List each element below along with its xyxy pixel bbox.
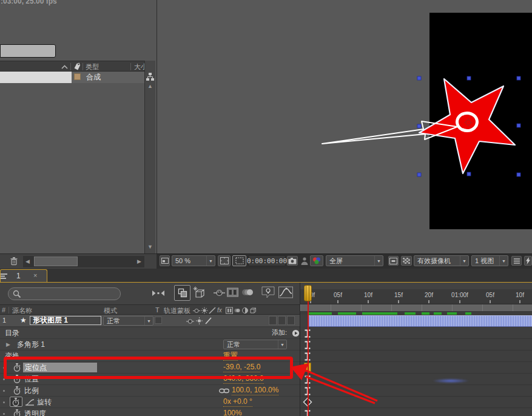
layer-quality-switch[interactable] [204,317,212,325]
scroll-up-icon[interactable]: ▲ [147,84,153,89]
layer-shy-switch[interactable] [186,317,194,325]
opacity-value[interactable]: 100% [223,409,242,416]
layer-duration-bar[interactable] [308,315,532,327]
project-vertical-scrollbar[interactable]: ▲ ▼ [144,61,155,253]
stopwatch-icon[interactable] [13,409,21,416]
column-index[interactable]: # [2,306,5,314]
flowchart-view-icon[interactable] [146,72,155,82]
add-menu-icon[interactable] [292,329,300,337]
live-update-button[interactable] [174,285,190,301]
snapshot-button[interactable] [287,256,298,266]
view-layout-button[interactable] [160,255,170,266]
camera-view-dropdown[interactable]: 有效摄像机▼ [414,255,469,266]
column-divider [8,307,9,314]
region-of-interest-button[interactable] [232,255,246,266]
collapse-transformations-icon[interactable] [201,307,208,314]
scroll-down-icon[interactable]: ▼ [147,244,153,250]
camera-view-value: 有效摄像机 [414,256,460,266]
stopwatch-icon [12,397,20,407]
scroll-left-icon[interactable]: ◀ [25,259,30,264]
mini-flowchart-icon[interactable] [152,289,165,298]
chevron-down-icon: ▼ [206,256,215,266]
property-row-polystar[interactable]: ▶ 多角形 1 正常▼ [0,339,300,351]
layer-motion-blur-switch[interactable] [278,316,286,325]
column-track-matte[interactable]: 轨道蒙板 [164,306,190,315]
timeline-split-divider[interactable] [300,283,300,416]
zoom-level-dropdown[interactable]: 50 %▼ [172,255,215,266]
column-mode[interactable]: 模式 [104,306,117,315]
graph-editor-icon[interactable] [278,286,293,298]
view-count-dropdown[interactable]: 1 视图▼ [471,255,508,266]
track-matte-checkbox[interactable] [155,317,162,324]
velocity-graph-icon[interactable] [25,398,35,406]
timecode-field[interactable]: 0:00:00:00 [248,255,286,266]
polystar-mode-dropdown[interactable]: 正常▼ [223,340,287,349]
timeline-search-input[interactable] [8,287,121,300]
comp-info-text: :03:00, 25.00 fps [1,0,57,5]
column-type[interactable]: 类型 [86,62,99,72]
frame-blend-icon[interactable] [227,287,238,297]
adjustment-layer-icon[interactable] [241,307,249,314]
3d-layer-icon[interactable] [249,307,257,314]
brainstorm-icon[interactable] [261,286,275,298]
quality-icon[interactable] [209,307,216,314]
layer-row[interactable]: 1 ★ 形状图层 1 正常▼ [0,315,300,327]
keyframe-nav-dot[interactable] [3,413,5,415]
ruler-tick-label: 05f [334,292,342,298]
stopwatch-icon[interactable] [13,386,21,395]
fast-preview-button[interactable] [524,256,532,266]
rotation-value[interactable]: 0x +0.0 ° [223,397,252,407]
effects-icon[interactable]: fx [217,306,225,314]
timeline-toggle-button[interactable] [511,256,522,266]
property-row-opacity[interactable]: 透明度 100% [0,408,300,416]
sort-caret-icon[interactable] [61,64,69,70]
layer-mode-value: 正常 [104,317,144,325]
scroll-right-icon[interactable]: ▶ [137,259,141,264]
property-row-contents[interactable]: 目录 添加: [0,327,300,339]
add-label[interactable]: 添加: [272,328,287,337]
color-label-swatch[interactable] [74,73,81,80]
time-ruler[interactable]: 00f 05f 10f 15f 20f 01:00f 05f 10f [300,289,532,304]
target-region-button[interactable] [388,256,399,266]
project-item-name-cell[interactable] [0,72,72,83]
transparency-grid-button[interactable] [401,256,412,266]
scale-value[interactable]: 100.0, 100.0% [232,386,278,395]
column-source-name[interactable]: 源名称 [12,306,32,315]
property-row-scale[interactable]: 比例 100.0, 100.0% [0,385,300,397]
trash-icon[interactable] [10,257,18,266]
safe-margins-button[interactable] [218,255,231,266]
opacity-label: 透明度 [24,408,46,416]
current-time-indicator-line[interactable] [308,289,309,416]
shy-layers-icon[interactable] [214,287,225,297]
motion-blur-column-icon[interactable] [234,307,241,314]
rotation-stopwatch-active[interactable] [10,397,22,407]
tab-close-icon[interactable]: × [33,272,37,279]
column-t[interactable]: T [155,306,160,314]
project-horizontal-scrollbar[interactable]: ◀ ▶ [23,256,144,267]
resolution-dropdown[interactable]: 全屏▼ [326,255,383,266]
show-snapshot-icon[interactable] [300,257,309,266]
layer-3d-switch[interactable] [287,316,295,325]
composition-canvas[interactable] [429,13,532,229]
expand-arrow-icon[interactable]: ▶ [6,342,10,347]
layer-mode-dropdown[interactable]: 正常▼ [103,316,153,326]
keyframe-nav-dot[interactable] [3,390,5,392]
tab-composition[interactable]: 1 × [0,269,47,283]
label-tag-icon[interactable] [72,61,82,72]
property-row-rotation[interactable]: 旋转 0x +0.0 ° [0,397,300,408]
draft-3d-icon[interactable] [193,286,206,299]
layer-collapse-switch[interactable] [195,317,203,325]
layer-name-field[interactable]: 形状图层 1 [30,316,101,325]
motion-blur-icon[interactable] [241,287,254,297]
shy-switch-icon[interactable] [193,307,200,314]
project-item-row[interactable]: 合成 [0,72,144,83]
channels-button[interactable] [310,255,323,266]
scrollbar-thumb[interactable] [34,257,78,266]
work-area-bar[interactable] [300,304,532,312]
current-time-indicator-handle[interactable] [304,285,312,301]
keyframe-nav-dot[interactable] [3,401,5,403]
frame-blend-column-icon[interactable] [226,307,233,314]
layer-frame-blend-switch[interactable] [269,316,277,325]
project-search-input[interactable] [0,44,56,58]
constrain-proportions-chain-icon[interactable] [219,387,229,394]
